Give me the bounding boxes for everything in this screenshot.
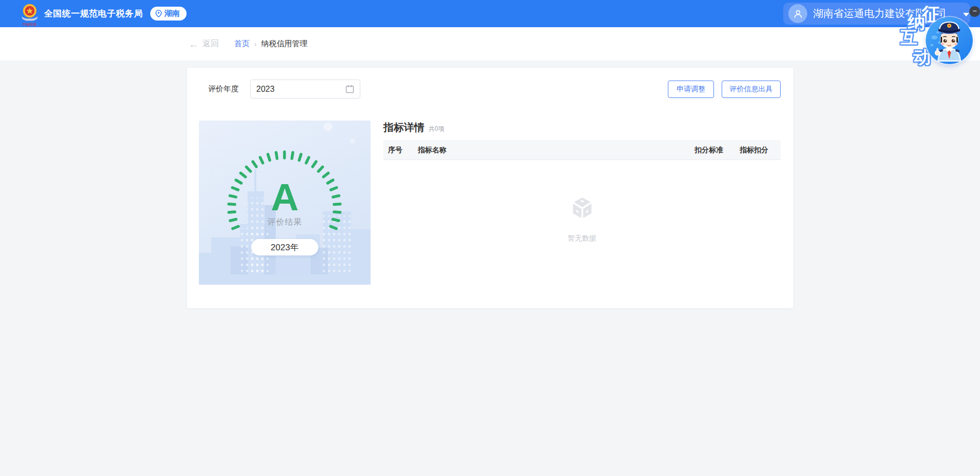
indicators-title-row: 指标详情 共0项 xyxy=(383,121,444,134)
indicators-table-header: 序号 指标名称 扣分标准 指标扣分 xyxy=(383,140,781,160)
column-header-indicator-deduction: 指标扣分 xyxy=(740,140,768,160)
empty-state-text: 暂无数据 xyxy=(383,234,781,243)
result-year-pill: 2023年 xyxy=(251,239,318,255)
indicators-title: 指标详情 xyxy=(383,121,424,134)
widget-label-char: 互 xyxy=(901,29,917,46)
app-header: 中国税务 全国统一规范电子税务局 湖南 湖南省运通电力建设有限公司 xyxy=(0,0,980,27)
evaluation-result-panel: A 评价结果 2023年 xyxy=(199,121,371,285)
credit-grade-caption: 评价结果 xyxy=(199,217,371,228)
indicators-count: 共0项 xyxy=(428,125,444,133)
evaluation-year-input[interactable]: 2023 xyxy=(250,80,360,98)
calendar-icon[interactable] xyxy=(345,85,354,93)
tax-officer-cartoon-icon xyxy=(926,17,973,64)
region-badge[interactable]: 湖南 xyxy=(150,7,187,21)
person-icon xyxy=(793,9,803,19)
breadcrumb-separator: › xyxy=(254,40,257,48)
empty-state: 暂无数据 xyxy=(383,160,781,243)
back-arrow-icon: ← xyxy=(189,39,199,49)
breadcrumb: ← 返回 首页 › 纳税信用管理 xyxy=(0,27,980,61)
assistant-officer-avatar[interactable] xyxy=(926,17,973,64)
app-title: 全国统一规范电子税务局 xyxy=(44,8,143,19)
breadcrumb-current: 纳税信用管理 xyxy=(261,39,308,49)
minus-icon: − xyxy=(972,7,976,15)
issue-evaluation-info-button[interactable]: 评价信息出具 xyxy=(722,81,781,98)
column-header-indicator-name: 指标名称 xyxy=(418,140,446,160)
column-header-deduction-standard: 扣分标准 xyxy=(695,140,723,160)
region-badge-label: 湖南 xyxy=(165,9,180,18)
back-label: 返回 xyxy=(202,38,219,49)
back-button[interactable]: ← 返回 xyxy=(189,38,219,49)
interaction-assistant-widget[interactable]: 征 纳 互 动 xyxy=(892,0,980,82)
apply-adjustment-button[interactable]: 申请调整 xyxy=(668,81,714,98)
credit-management-card: 评价年度 2023 申请调整 评价信息出具 xyxy=(187,68,793,308)
tax-bureau-logo-icon: 中国税务 xyxy=(21,3,39,27)
svg-text:中国税务: 中国税务 xyxy=(23,23,37,27)
location-pin-icon xyxy=(155,10,162,17)
widget-minimize-button[interactable]: − xyxy=(969,6,980,17)
year-field-label: 评价年度 xyxy=(208,83,239,94)
user-avatar xyxy=(788,4,807,23)
credit-grade-value: A xyxy=(199,178,371,216)
empty-box-icon xyxy=(570,196,595,221)
breadcrumb-home-link[interactable]: 首页 xyxy=(234,39,250,49)
evaluation-year-value: 2023 xyxy=(256,85,345,94)
column-header-seq: 序号 xyxy=(388,140,402,160)
